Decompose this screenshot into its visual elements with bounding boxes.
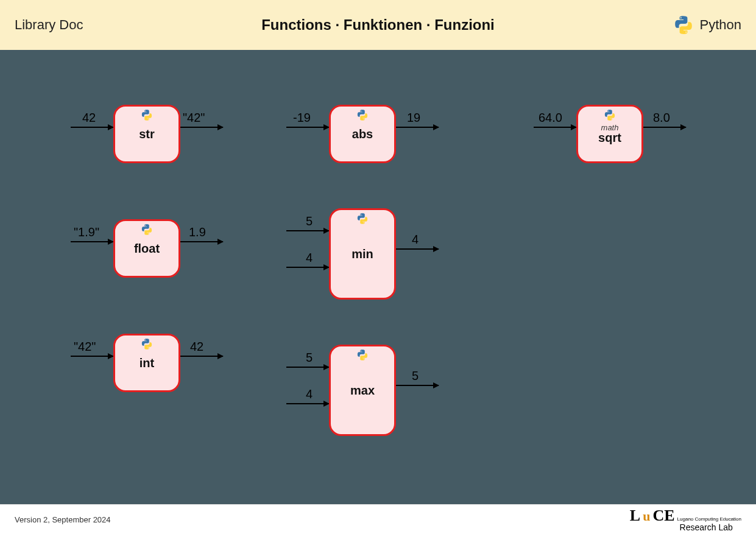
lab-tagline-2: Research Lab bbox=[680, 522, 733, 532]
arrow-float-out-label: 1.9 bbox=[189, 225, 206, 239]
page-title: Functions · Funktionen · Funzioni bbox=[83, 16, 673, 33]
arrow-min-in2 bbox=[286, 267, 329, 268]
luce-logo-ce: CE bbox=[652, 507, 674, 525]
fn-box-int: int bbox=[113, 334, 180, 392]
arrow-abs-in-label: -19 bbox=[293, 111, 311, 125]
fn-box-float: float bbox=[113, 219, 180, 278]
header-right: Python bbox=[673, 15, 742, 35]
lab-tagline-1: Lugano Computing Education bbox=[677, 517, 741, 522]
python-logo-icon bbox=[604, 109, 616, 124]
arrow-str-in bbox=[71, 127, 113, 128]
fn-box-max: max bbox=[329, 345, 396, 436]
fn-box-min: min bbox=[329, 208, 396, 300]
footer-version: Version 2, September 2024 bbox=[15, 515, 111, 524]
arrow-float-in bbox=[71, 241, 113, 242]
arrow-float-out bbox=[180, 241, 223, 242]
footer: Version 2, September 2024 LuCE Lugano Co… bbox=[0, 504, 756, 534]
python-logo-icon bbox=[141, 223, 153, 238]
luce-logo-u: u bbox=[643, 508, 650, 524]
arrow-abs-out-label: 19 bbox=[407, 111, 420, 125]
fn-name-float: float bbox=[134, 242, 160, 256]
arrow-sqrt-out-label: 8.0 bbox=[653, 111, 670, 125]
arrow-min-in1 bbox=[286, 230, 329, 231]
arrow-min-out-label: 4 bbox=[412, 233, 419, 247]
arrow-int-in bbox=[71, 356, 113, 357]
fn-name-sqrt: sqrt bbox=[598, 131, 621, 145]
python-logo-icon bbox=[356, 109, 369, 124]
python-logo-icon bbox=[141, 338, 153, 353]
fn-name-min: min bbox=[352, 247, 373, 261]
arrow-max-in2-label: 4 bbox=[306, 387, 313, 401]
fn-name-int: int bbox=[140, 356, 154, 370]
arrow-max-out-label: 5 bbox=[412, 369, 419, 383]
python-logo-icon bbox=[356, 213, 369, 227]
arrow-max-in1 bbox=[286, 367, 329, 368]
arrow-max-in1-label: 5 bbox=[306, 351, 313, 365]
arrow-str-in-label: 42 bbox=[82, 111, 96, 125]
header-language-label: Python bbox=[700, 17, 742, 33]
arrow-float-in-label: "1.9" bbox=[74, 225, 99, 239]
arrow-str-out-label: "42" bbox=[183, 111, 205, 125]
arrow-str-out bbox=[180, 127, 223, 128]
fn-box-sqrt: math sqrt bbox=[576, 105, 643, 163]
arrow-int-out-label: 42 bbox=[190, 340, 203, 354]
arrow-sqrt-out bbox=[643, 127, 686, 128]
fn-box-str: str bbox=[113, 105, 180, 163]
python-logo-icon bbox=[141, 109, 153, 124]
arrow-sqrt-in-label: 64.0 bbox=[539, 111, 562, 125]
diagram-canvas: 42 str "42" "1.9" float 1.9 "42" int 42 … bbox=[0, 50, 756, 504]
luce-logo-l: L bbox=[630, 507, 640, 525]
fn-name-abs: abs bbox=[352, 127, 373, 141]
arrow-max-out bbox=[396, 385, 439, 386]
arrow-int-out bbox=[180, 356, 223, 357]
header-library-label: Library Doc bbox=[15, 17, 83, 33]
arrow-abs-out bbox=[396, 127, 439, 128]
fn-box-abs: abs bbox=[329, 105, 396, 163]
arrow-max-in2 bbox=[286, 403, 329, 404]
arrow-min-out bbox=[396, 248, 439, 250]
header: Library Doc Functions · Funktionen · Fun… bbox=[0, 0, 756, 50]
fn-name-max: max bbox=[350, 384, 375, 398]
arrow-sqrt-in bbox=[534, 127, 576, 128]
arrow-int-in-label: "42" bbox=[74, 340, 96, 354]
footer-lab-logo: LuCE Lugano Computing Education Research… bbox=[630, 507, 741, 533]
arrow-min-in1-label: 5 bbox=[306, 214, 313, 228]
arrow-abs-in bbox=[286, 127, 329, 128]
python-logo-icon bbox=[356, 349, 369, 364]
fn-name-str: str bbox=[139, 127, 155, 141]
python-logo-icon bbox=[673, 15, 694, 35]
arrow-min-in2-label: 4 bbox=[306, 251, 313, 265]
